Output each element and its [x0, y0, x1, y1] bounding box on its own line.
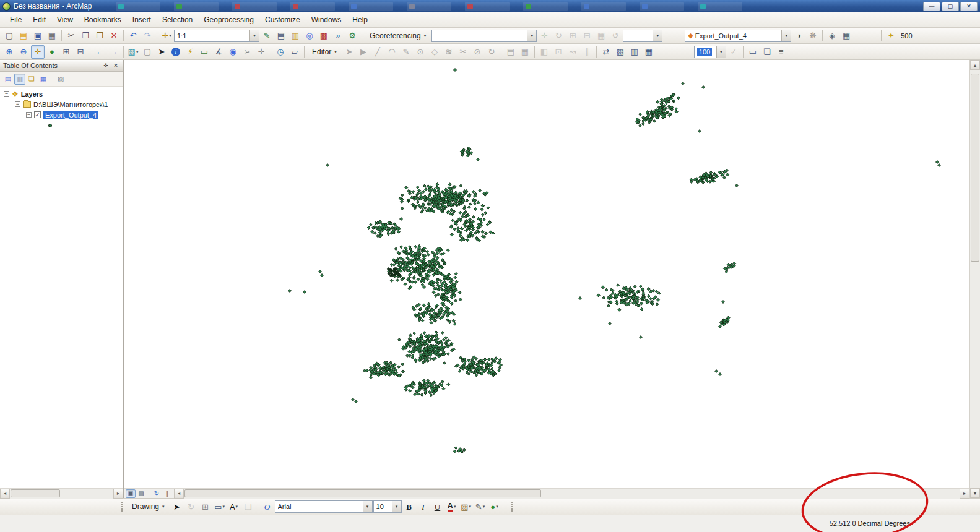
print-button[interactable]: ▦ [45, 29, 59, 43]
georeferencing-layer-combo[interactable]: ▾ [431, 30, 537, 42]
adjustment-value-combo[interactable]: 100▾ [694, 46, 726, 58]
trace-button[interactable]: ✎ [399, 45, 413, 59]
add-data-button[interactable]: ✛▾ [160, 29, 173, 43]
add-control-points-button[interactable]: ✛ [537, 29, 551, 43]
minimize-button[interactable]: — [923, 2, 940, 11]
swipe-layer-button[interactable]: ◈ [825, 29, 839, 43]
refresh-view-button[interactable]: ↻ [152, 489, 162, 498]
arctoolbox-button[interactable]: ▩ [317, 29, 331, 43]
scroll-up-icon[interactable]: ▲ [970, 60, 980, 70]
toc-scroll-thumb[interactable] [11, 489, 60, 497]
python-window-button[interactable]: » [331, 29, 345, 43]
collapse-icon[interactable]: − [15, 101, 20, 107]
map-vertical-scrollbar[interactable]: ▲ ▼ [969, 60, 980, 498]
attributes-button[interactable]: ▤ [504, 45, 518, 59]
select-graphics-button[interactable]: ❏ [241, 500, 255, 513]
time-slider-button[interactable]: ◷ [274, 45, 287, 59]
rotate-raster-button[interactable]: ↻ [552, 29, 565, 43]
effects-button[interactable]: ▦ [839, 29, 853, 43]
chevron-down-icon[interactable]: ▾ [716, 46, 726, 58]
auto-register-button[interactable]: ↺ [609, 29, 622, 43]
table-of-contents-toggle[interactable]: ▤ [274, 29, 288, 43]
chevron-down-icon[interactable]: ▾ [527, 30, 536, 41]
select-elements-tool[interactable]: ➤ [170, 500, 184, 513]
menu-file[interactable]: File [5, 14, 27, 26]
menu-geoprocessing[interactable]: Geoprocessing [199, 14, 259, 26]
menu-help[interactable]: Help [347, 14, 373, 26]
layer-combo[interactable]: ◆Export_Output_4▾ [685, 30, 791, 42]
scroll-down-icon[interactable]: ▼ [970, 488, 980, 498]
pan-button[interactable]: ✛ [31, 45, 45, 59]
menu-customize[interactable]: Customize [260, 14, 305, 26]
menu-edit[interactable]: Edit [28, 14, 51, 26]
adjust-preview-button[interactable]: ▧ [614, 45, 627, 59]
rotate-tool-button[interactable]: ↻ [485, 45, 498, 59]
parallel-button[interactable]: ∥ [580, 45, 594, 59]
italic-button[interactable]: I [417, 500, 430, 513]
clear-selection-button[interactable]: ▢ [141, 45, 154, 59]
scroll-left-icon[interactable]: ◄ [174, 489, 184, 499]
font-style-icon[interactable]: O [261, 500, 274, 513]
snapping-button[interactable]: ⊡ [552, 45, 565, 59]
select-elements-button[interactable]: ➤ [155, 45, 168, 59]
map-scale-combo[interactable]: 1:1▾ [174, 30, 259, 42]
layer-name-selected[interactable]: Export_Output_4 [43, 111, 98, 119]
open-button[interactable]: ▤ [17, 29, 30, 43]
save-button[interactable]: ▣ [31, 29, 45, 43]
data-driven-pages-button[interactable]: ❏ [760, 45, 774, 59]
shift-raster-button[interactable]: ⊞ [566, 29, 579, 43]
menu-bookmarks[interactable]: Bookmarks [79, 14, 126, 26]
endpoint-arc-button[interactable]: ◠ [385, 45, 399, 59]
transparency-button[interactable]: ✦ [884, 29, 898, 43]
apply-adjustment-button[interactable]: ✓ [727, 45, 740, 59]
scale-raster-button[interactable]: ⊟ [580, 29, 594, 43]
editor-toolbar-toggle[interactable]: ✎ [260, 29, 274, 43]
go-to-xy-button[interactable]: ✛ [254, 45, 268, 59]
pin-icon[interactable]: ✜ [102, 62, 110, 69]
layout-view-button[interactable]: ▤ [136, 489, 146, 498]
undo-button[interactable]: ↶ [126, 29, 140, 43]
toc-layers-row[interactable]: − ❖ Layers [0, 88, 123, 99]
chevron-down-icon[interactable]: ▾ [781, 30, 791, 41]
layer-visibility-checkbox[interactable]: ✓ [34, 111, 41, 118]
vertical-scroll-thumb[interactable] [971, 74, 979, 262]
cut-polygons-button[interactable]: ✂ [456, 45, 470, 59]
catalog-window-button[interactable]: ▥ [288, 29, 302, 43]
html-popup-button[interactable]: ▭ [197, 45, 211, 59]
toc-symbol-row[interactable] [0, 120, 123, 131]
create-features-button[interactable]: ◧ [537, 45, 551, 59]
list-by-drawing-order-button[interactable]: ▤ [2, 74, 14, 85]
scroll-left-icon[interactable]: ◄ [0, 489, 10, 499]
map-horizontal-scrollbar[interactable]: ▣▤↻∥ ◄ ► [124, 488, 969, 498]
toc-scroll-track[interactable] [10, 489, 113, 499]
split-button[interactable]: ⊘ [470, 45, 484, 59]
pause-drawing-button[interactable]: ∥ [162, 489, 172, 498]
chevron-down-icon[interactable]: ▾ [249, 30, 259, 41]
layers-label[interactable]: Layers [21, 90, 43, 98]
viewer-window-button[interactable]: ▱ [288, 45, 301, 59]
find-route-button[interactable]: ➢ [240, 45, 254, 59]
straight-segment-button[interactable]: ╱ [371, 45, 384, 59]
line-color-button[interactable]: ✎▾ [474, 500, 487, 513]
data-view-button[interactable]: ▣ [126, 489, 136, 498]
collapse-icon[interactable]: − [4, 91, 9, 97]
rotate-element-button[interactable]: ↻ [184, 500, 198, 513]
fill-color-button[interactable]: ▨▾ [459, 500, 473, 513]
georeferencing-zoom-combo[interactable]: ▾ [623, 30, 662, 42]
overflow-button[interactable]: ≡ [774, 45, 788, 59]
brightness-button[interactable]: ❋ [806, 29, 820, 43]
new-map-button[interactable]: ▢ [2, 29, 16, 43]
close-panel-icon[interactable]: ✕ [111, 62, 120, 69]
chevron-down-icon[interactable]: ▾ [392, 501, 401, 512]
reshape-button[interactable]: ≋ [442, 45, 456, 59]
close-button[interactable]: ✕ [960, 2, 978, 11]
attributes-window-button[interactable]: ▥ [628, 45, 641, 59]
hyperlink-button[interactable]: ⚡ [183, 45, 197, 59]
measure-button[interactable]: ∡ [212, 45, 225, 59]
list-by-visibility-button[interactable]: ❏ [26, 74, 37, 85]
drawing-menu[interactable]: Drawing▾ [127, 500, 170, 513]
contrast-button[interactable]: ◑ [792, 29, 805, 43]
toc-options-button[interactable]: ▨ [55, 74, 66, 85]
menu-insert[interactable]: Insert [128, 14, 156, 26]
rectangle-tool[interactable]: ▭▾ [213, 500, 227, 513]
